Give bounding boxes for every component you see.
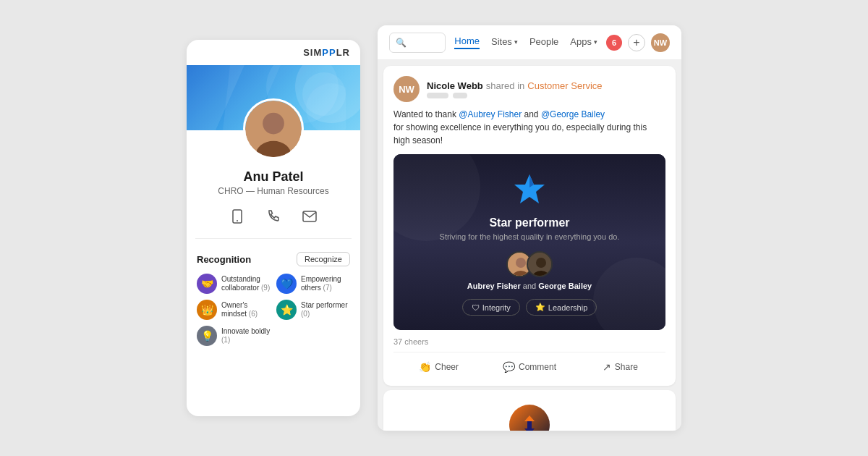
badge-label-star: Star performer (0) (301, 301, 350, 318)
feed: NW Nicole Webb shared in Customer Servic… (378, 60, 681, 431)
share-icon: ↗ (603, 361, 611, 373)
badge-label-innovate: Innovate boldly (1) (221, 327, 271, 345)
share-button[interactable]: ↗ Share (575, 358, 665, 376)
recognize-button[interactable]: Recognize (297, 252, 350, 266)
post-meta-line2 (427, 93, 665, 98)
divider (195, 238, 352, 239)
meta-pill-1 (427, 93, 448, 98)
badge-label-owner: Owner's mindset (6) (221, 301, 271, 318)
comment-icon: 💬 (503, 361, 515, 373)
svg-marker-19 (524, 421, 535, 431)
award-icon (509, 405, 550, 431)
badge-icon-owner: 👑 (197, 300, 217, 320)
recognized-avatars (509, 251, 550, 277)
badge-item: ⭐ Star performer (0) (276, 300, 350, 320)
profile-name: Anu Patel (243, 169, 303, 185)
post-header: NW Nicole Webb shared in Customer Servic… (393, 76, 665, 102)
profile-card: SIMPPLR Anu Patel CHRO — Human Resources (187, 40, 360, 416)
chevron-down-icon: ▾ (514, 38, 518, 46)
mention-2[interactable]: @George Bailey (541, 109, 605, 119)
post-author-name: Nicole Webb (427, 80, 483, 91)
post-author-line: Nicole Webb shared in Customer Service (427, 80, 665, 91)
phone-icon[interactable] (262, 205, 285, 228)
nav-link-home[interactable]: Home (454, 35, 480, 49)
recognition-tags: 🛡 Integrity ⭐ Leadership (462, 299, 597, 316)
svg-point-5 (263, 113, 284, 135)
shared-in-text: shared in (486, 80, 524, 91)
tag-leadership: ⭐ Leadership (526, 299, 597, 316)
nav-avatar[interactable]: NW (651, 33, 670, 52)
svg-rect-9 (303, 211, 316, 221)
badge-item: 🤝 Outstanding collaborator (9) (197, 274, 271, 294)
svg-point-3 (306, 83, 346, 130)
mobile-icon[interactable] (226, 205, 249, 228)
shield-icon: 🛡 (472, 303, 480, 312)
profile-title: CHRO — Human Resources (218, 186, 328, 196)
avatar (243, 98, 304, 159)
star-performer-icon (511, 172, 548, 209)
nav-right: 6 + NW (606, 33, 670, 52)
channel-link[interactable]: Customer Service (527, 80, 602, 91)
recognition-title-text: Star performer (489, 216, 569, 229)
badge-item: 👑 Owner's mindset (6) (197, 300, 271, 320)
search-icon: 🔍 (396, 38, 407, 48)
search-box[interactable]: 🔍 (389, 33, 446, 53)
badge-label-empowering: Empowering others (7) (301, 275, 350, 292)
nav-link-people[interactable]: People (529, 36, 558, 48)
badge-icon-outstanding: 🤝 (197, 274, 217, 294)
post-card: NW Nicole Webb shared in Customer Servic… (383, 66, 676, 386)
chevron-down-icon: ▾ (594, 38, 597, 46)
badge-icon-star: ⭐ (276, 300, 297, 320)
meta-pill-2 (453, 93, 467, 98)
post-actions: 👏 Cheer 💬 Comment ↗ Share (393, 352, 665, 376)
email-icon[interactable] (298, 205, 321, 228)
cheer-icon: 👏 (419, 361, 431, 373)
card-header: SIMPPLR (187, 40, 360, 65)
recognized-avatar-2 (527, 251, 553, 277)
recognition-subtitle: Striving for the highest quality in ever… (440, 232, 620, 241)
add-button[interactable]: + (628, 34, 645, 51)
award-card: Outstanding collaboration The Outstandin… (383, 390, 676, 431)
badge-grid: 🤝 Outstanding collaborator (9) 💙 Empower… (197, 274, 350, 346)
right-panel: 🔍 Home Sites ▾ People Apps ▾ 6 + NW (378, 25, 681, 431)
mention-1[interactable]: @Aubrey Fisher (459, 109, 522, 119)
badge-label-outstanding: Outstanding collaborator (9) (221, 275, 271, 292)
recognition-section: Recognition Recognize 🤝 Outstanding coll… (187, 245, 360, 353)
badge-item: 💙 Empowering others (7) (276, 274, 350, 294)
post-body: Wanted to thank @Aubrey Fisher and @Geor… (393, 108, 665, 147)
avatar-wrapper (243, 98, 304, 162)
nav-link-apps[interactable]: Apps ▾ (570, 36, 597, 48)
recognition-inner: Star performer Striving for the highest … (393, 154, 665, 330)
simpplr-logo: SIMPPLR (303, 47, 350, 58)
comment-button[interactable]: 💬 Comment (484, 358, 574, 376)
leadership-icon: ⭐ (535, 303, 545, 312)
contact-icons (226, 205, 321, 228)
notification-badge[interactable]: 6 (606, 35, 622, 51)
recognition-title: Recognition (197, 254, 251, 265)
nav-link-sites[interactable]: Sites ▾ (491, 36, 518, 48)
recognized-names: Aubrey Fisher and George Bailey (467, 282, 592, 290)
svg-point-16 (536, 258, 546, 268)
badge-icon-empowering: 💙 (276, 274, 297, 294)
svg-point-13 (516, 258, 526, 268)
badge-item: 💡 Innovate boldly (1) (197, 326, 271, 346)
badge-icon-innovate: 💡 (197, 326, 217, 346)
navbar: 🔍 Home Sites ▾ People Apps ▾ 6 + NW (378, 25, 681, 60)
cheer-button[interactable]: 👏 Cheer (393, 358, 484, 376)
post-author-avatar: NW (393, 76, 420, 102)
nav-links: Home Sites ▾ People Apps ▾ (454, 35, 597, 49)
recognition-header: Recognition Recognize (197, 252, 350, 266)
cheers-count: 37 cheers (393, 337, 665, 346)
tag-integrity: 🛡 Integrity (462, 299, 520, 316)
post-meta: Nicole Webb shared in Customer Service (427, 80, 665, 98)
recognition-card: Star performer Striving for the highest … (393, 154, 665, 330)
collaboration-icon (517, 413, 542, 431)
